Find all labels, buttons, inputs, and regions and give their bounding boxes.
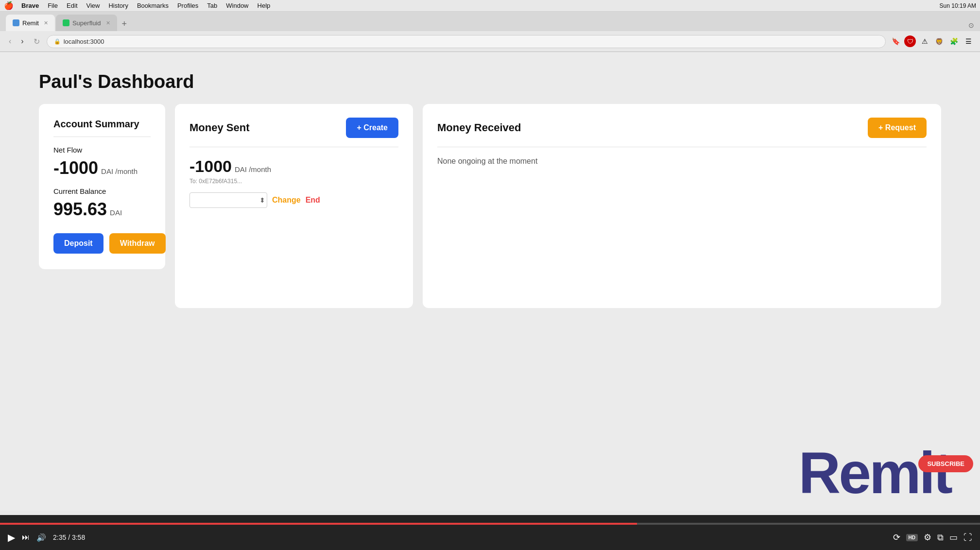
stream-input-container: ⬍	[189, 192, 267, 208]
right-controls: ⟳ HD ⚙ ⧉ ▭ ⛶	[893, 532, 972, 543]
shield-icon[interactable]: 🛡	[904, 35, 916, 47]
request-button[interactable]: + Request	[868, 118, 927, 138]
window-controls-right: ⊙	[968, 21, 974, 31]
tab-superfluid-icon	[63, 19, 69, 26]
net-flow-value-row: -1000 DAI /month	[53, 158, 151, 178]
browser-chrome: Remit ✕ Superfluid ✕ + ⊙ ‹ › ↻ 🔒 localho…	[0, 12, 980, 52]
extension-icon[interactable]: 🧩	[948, 35, 960, 47]
current-time: 2:35	[53, 533, 66, 541]
tab-remit[interactable]: Remit ✕	[6, 15, 55, 31]
money-received-header: Money Received + Request	[437, 118, 927, 147]
brave-icon[interactable]: 🦁	[933, 35, 945, 47]
subscribe-button[interactable]: SUBSCRIBE	[918, 455, 973, 472]
menu-profiles[interactable]: Profiles	[173, 2, 202, 9]
stream-amount-row: -1000 DAI /month	[189, 157, 398, 176]
money-received-card: Money Received + Request None ongoing at…	[423, 104, 941, 308]
time-display: 2:35 / 3:58	[53, 533, 85, 541]
autoplay-icon[interactable]: ⟳	[893, 532, 900, 543]
menu-history[interactable]: History	[104, 2, 132, 9]
money-sent-title: Money Sent	[189, 121, 249, 134]
net-flow-label: Net Flow	[53, 146, 151, 154]
main-content: Paul's Dashboard Account Summary Net Flo…	[0, 52, 980, 511]
nav-bar: ‹ › ↻ 🔒 localhost:3000 🔖 🛡 ⚠ 🦁 🧩 ☰	[0, 31, 980, 52]
stream-amount-value: -1000	[189, 157, 232, 176]
stream-controls: ⬍ Change End	[189, 192, 398, 208]
stream-amount-unit: DAI /month	[235, 165, 271, 173]
stream-to-address: To: 0xE72b6fA315...	[189, 178, 398, 185]
menu-bookmarks[interactable]: Bookmarks	[133, 2, 172, 9]
cards-row: Account Summary Net Flow -1000 DAI /mont…	[39, 104, 941, 308]
bookmark-icon[interactable]: 🔖	[890, 35, 901, 47]
money-received-title: Money Received	[437, 121, 521, 134]
deposit-button[interactable]: Deposit	[53, 233, 103, 254]
menu-view[interactable]: View	[83, 2, 104, 9]
theater-icon[interactable]: ▭	[949, 532, 958, 543]
play-button[interactable]: ▶	[8, 532, 15, 543]
create-button[interactable]: + Create	[346, 118, 398, 138]
hd-badge[interactable]: HD	[906, 534, 918, 541]
money-sent-card: Money Sent + Create -1000 DAI /month To:…	[175, 104, 413, 308]
account-summary-title: Account Summary	[53, 119, 151, 137]
miniplayer-icon[interactable]: ⧉	[937, 533, 944, 543]
back-button[interactable]: ‹	[6, 35, 14, 48]
gear-icon[interactable]: ⚙	[924, 532, 931, 543]
controls-row: ▶ ⏭ 🔊 2:35 / 3:58 ⟳ HD ⚙ ⧉ ▭ ⛶	[0, 525, 980, 550]
balance-label: Current Balance	[53, 187, 151, 195]
tab-remit-icon	[13, 19, 19, 26]
fullscreen-icon[interactable]: ⛶	[963, 533, 972, 543]
forward-button[interactable]: ›	[18, 35, 26, 48]
withdraw-button[interactable]: Withdraw	[109, 233, 166, 254]
account-summary-card: Account Summary Net Flow -1000 DAI /mont…	[39, 104, 165, 269]
tab-superfluid-close[interactable]: ✕	[106, 20, 110, 26]
net-flow-unit: DAI /month	[101, 167, 138, 175]
menu-tab[interactable]: Tab	[203, 2, 221, 9]
tab-bar: Remit ✕ Superfluid ✕ + ⊙	[0, 12, 980, 31]
money-sent-header: Money Sent + Create	[189, 118, 398, 147]
volume-button[interactable]: 🔊	[36, 533, 46, 542]
menu-file[interactable]: File	[44, 2, 62, 9]
apple-menu[interactable]: 🍎	[4, 1, 14, 10]
tab-superfluid[interactable]: Superfluid ✕	[56, 15, 117, 31]
no-streams-text: None ongoing at the moment	[437, 157, 927, 166]
end-button[interactable]: End	[306, 196, 320, 205]
nav-right-icons: 🔖 🛡 ⚠ 🦁 🧩 ☰	[890, 35, 974, 47]
next-button[interactable]: ⏭	[22, 533, 30, 542]
net-flow-amount: -1000	[53, 158, 98, 178]
settings-icon[interactable]: ☰	[963, 35, 974, 47]
reload-button[interactable]: ↻	[31, 35, 43, 48]
lock-icon: 🔒	[54, 38, 61, 45]
account-buttons: Deposit Withdraw	[53, 233, 151, 254]
clock: Sun 10:19 AM	[940, 2, 976, 9]
video-bar: ▶ ⏭ 🔊 2:35 / 3:58 ⟳ HD ⚙ ⧉ ▭ ⛶	[0, 515, 980, 550]
page-title: Paul's Dashboard	[39, 71, 941, 92]
url-text: localhost:3000	[64, 38, 104, 45]
total-time: 3:58	[72, 533, 85, 541]
stream-rate-input[interactable]	[189, 192, 267, 208]
balance-value-row: 995.63 DAI	[53, 199, 151, 220]
time-separator: /	[68, 533, 72, 541]
change-button[interactable]: Change	[272, 196, 301, 205]
menu-brave[interactable]: Brave	[17, 2, 43, 9]
menu-edit[interactable]: Edit	[63, 2, 81, 9]
warning-icon[interactable]: ⚠	[919, 35, 930, 47]
address-bar[interactable]: 🔒 localhost:3000	[47, 35, 886, 48]
tab-superfluid-label: Superfluid	[72, 19, 101, 27]
balance-unit: DAI	[110, 208, 122, 217]
balance-amount: 995.63	[53, 199, 107, 220]
menu-bar: 🍎 Brave File Edit View History Bookmarks…	[0, 0, 980, 12]
tab-remit-label: Remit	[22, 19, 39, 27]
menu-window[interactable]: Window	[222, 2, 252, 9]
new-tab-button[interactable]: +	[118, 17, 131, 31]
menu-help[interactable]: Help	[254, 2, 275, 9]
tab-remit-close[interactable]: ✕	[44, 20, 48, 26]
